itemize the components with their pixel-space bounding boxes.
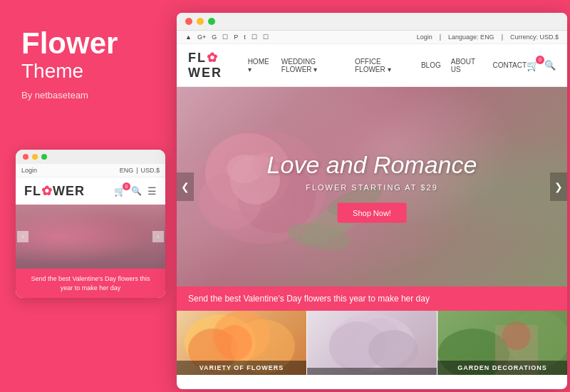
mobile-hero-bg: [16, 205, 165, 269]
nav-about-us[interactable]: ABOUT US: [451, 58, 483, 73]
by-line: By netbaseteam: [21, 90, 153, 100]
nav-right: 🛒 0 🔍: [527, 60, 556, 71]
hero-subtitle: FLOWER STARTING AT $29: [267, 183, 477, 192]
mobile-toolbar: Login ENG | USD.$: [16, 164, 165, 177]
nav-blog[interactable]: BLOG: [421, 61, 441, 69]
hero-title: Love and Romance: [267, 151, 477, 179]
thumb-middle-bg: [307, 311, 437, 375]
desktop-dot-red: [185, 18, 192, 25]
svg-point-18: [368, 330, 418, 370]
icon-person: ▲: [185, 33, 192, 41]
mobile-mockup: Login ENG | USD.$ FL✿WER 🛒 0 🔍 ☰ ‹: [16, 150, 165, 298]
icon-box2: ☐: [252, 33, 257, 41]
shop-now-button[interactable]: Shop Now!: [337, 203, 407, 223]
icon-g: G+: [197, 33, 206, 41]
desktop-mockup: ▲ G+ G ☐ P t ☐ ☐ Login | Language: ENG |…: [177, 13, 567, 389]
dot-yellow: [32, 154, 38, 160]
svg-point-14: [217, 325, 252, 361]
desktop-toolbar-right: Login | Language: ENG | Currency: USD.$: [417, 33, 559, 41]
mobile-hero: ‹ ›: [16, 205, 165, 269]
mobile-menu-icon[interactable]: ☰: [147, 185, 157, 197]
desktop-top-bar: [177, 13, 567, 31]
brand-title: Flower: [21, 29, 153, 58]
thumb-garden[interactable]: GARDEN DECORATIONS: [437, 311, 567, 375]
nav-office-flower[interactable]: OFFICE FLOWER ▾: [355, 58, 411, 73]
icon-twitter: t: [244, 33, 246, 41]
flower-logo-icon: ✿: [207, 50, 219, 66]
desktop-dot-green: [208, 18, 215, 25]
thumb-garden-label: GARDEN DECORATIONS: [437, 361, 567, 375]
desktop-toolbar: ▲ G+ G ☐ P t ☐ ☐ Login | Language: ENG |…: [177, 31, 567, 44]
hero-content: Love and Romance FLOWER STARTING AT $29 …: [267, 151, 477, 223]
thumb-variety[interactable]: VARIETY OF FLOWERS: [177, 311, 306, 375]
dot-green: [41, 154, 47, 160]
icon-google: G: [212, 33, 217, 41]
mobile-login[interactable]: Login: [21, 167, 37, 174]
mobile-lang[interactable]: ENG: [120, 167, 134, 174]
dot-red: [23, 154, 28, 160]
icon-box3: ☐: [263, 33, 269, 41]
nav-links: HOME ▾ WEDDING FLOWER ▾ OFFICE FLOWER ▾ …: [248, 58, 527, 73]
desktop-language[interactable]: Language: ENG: [448, 33, 494, 41]
nav-wedding-flower[interactable]: WEDDING FLOWER ▾: [281, 58, 345, 73]
icon-box1: ☐: [222, 33, 228, 41]
hero-section: Love and Romance FLOWER STARTING AT $29 …: [177, 87, 567, 287]
mobile-arrow-left[interactable]: ‹: [17, 231, 28, 242]
social-icons: ▲ G+ G ☐ P t ☐ ☐: [185, 33, 269, 41]
search-icon[interactable]: 🔍: [544, 60, 556, 71]
icon-pinterest: P: [234, 33, 238, 41]
thumb-middle-label: [307, 368, 437, 375]
desktop-currency[interactable]: Currency: USD.$: [510, 33, 559, 41]
nav-bar: FL✿WER HOME ▾ WEDDING FLOWER ▾ OFFICE FL…: [177, 44, 567, 87]
mobile-icons: 🛒 0 🔍 ☰: [114, 185, 157, 197]
left-panel: Flower Theme By netbaseteam Login ENG | …: [0, 0, 175, 392]
nav-home[interactable]: HOME ▾: [248, 58, 271, 73]
mobile-lang-currency: ENG | USD.$: [120, 167, 160, 174]
thumb-variety-label: VARIETY OF FLOWERS: [177, 361, 306, 375]
hero-arrow-left[interactable]: ❮: [177, 172, 194, 201]
brand-subtitle: Theme: [21, 60, 153, 83]
mobile-cart-icon[interactable]: 🛒 0: [114, 186, 125, 197]
nav-logo: FL✿WER: [188, 50, 248, 81]
mobile-currency[interactable]: USD.$: [140, 167, 160, 174]
mobile-logo-area: FL✿WER 🛒 0 🔍 ☰: [16, 177, 165, 205]
mobile-logo: FL✿WER: [24, 183, 85, 199]
cart-icon[interactable]: 🛒 0: [527, 60, 539, 71]
mobile-arrow-right[interactable]: ›: [152, 231, 164, 242]
svg-point-23: [502, 321, 531, 350]
caption-bar: Send the best Valentine's Day flowers th…: [177, 287, 567, 311]
hero-arrow-right[interactable]: ❯: [550, 172, 567, 201]
desktop-login[interactable]: Login: [417, 33, 432, 41]
thumbnails: VARIETY OF FLOWERS: [177, 311, 567, 375]
thumb-middle[interactable]: [307, 311, 437, 375]
thumb-middle-svg: [307, 311, 437, 375]
mobile-top-bar: [16, 150, 165, 164]
desktop-dot-yellow: [197, 18, 204, 25]
mobile-search-icon[interactable]: 🔍: [131, 186, 142, 196]
mobile-caption: Send the best Valentine's Day flowers th…: [16, 269, 165, 298]
nav-contact[interactable]: CONTACT: [492, 61, 527, 69]
